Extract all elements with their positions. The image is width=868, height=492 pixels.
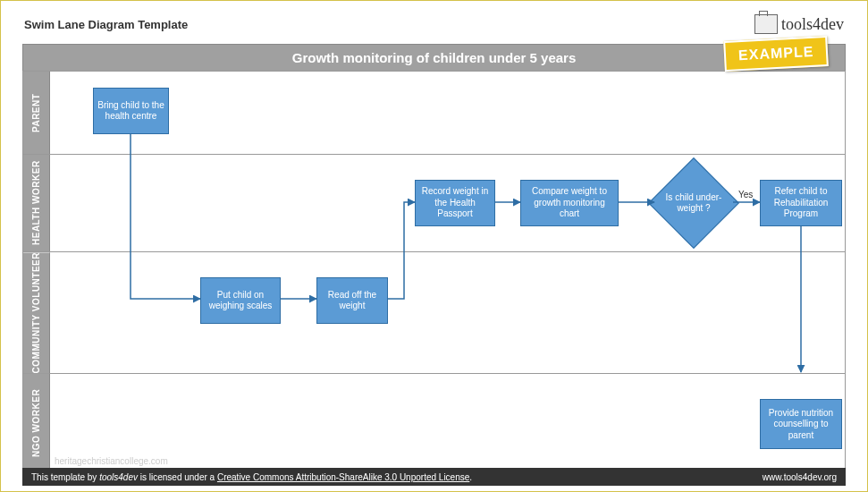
footer: This template by tools4dev is licensed u… xyxy=(22,468,846,486)
node-nutrition: Provide nutrition counselling to parent xyxy=(760,399,842,449)
page-title: Swim Lane Diagram Template xyxy=(24,18,188,31)
lane-community-volunteer: COMMUNITY VOLUNTEER Put child on weighin… xyxy=(23,252,845,374)
logo-icon xyxy=(754,14,778,34)
footer-license-suffix: . xyxy=(469,472,472,482)
node-read-weight: Read off the weight xyxy=(316,277,388,324)
footer-url: www.tools4dev.org xyxy=(763,472,837,482)
footer-license-brand: tools4dev xyxy=(99,472,138,482)
node-record-weight: Record weight in the Health Passport xyxy=(415,180,495,226)
diagram: Growth monitoring of children under 5 ye… xyxy=(22,44,846,473)
lane-label-parent: PARENT xyxy=(23,72,50,154)
node-bring-child: Bring child to the health centre xyxy=(93,88,169,134)
header: Swim Lane Diagram Template tools4dev xyxy=(1,1,867,44)
logo-text: tools4dev xyxy=(781,15,844,34)
watermark: heritagechristiancollege.com xyxy=(55,456,168,466)
footer-license-prefix: This template by xyxy=(31,472,99,482)
node-compare-weight: Compare weight to growth monitoring char… xyxy=(520,180,619,226)
lane-label-health: HEALTH WORKER xyxy=(23,155,50,251)
lane-parent: PARENT Bring child to the health centre xyxy=(23,72,845,155)
example-tag: EXAMPLE xyxy=(723,36,829,72)
lane-health-worker: HEALTH WORKER Record weight in the Healt… xyxy=(23,155,845,252)
footer-license: This template by tools4dev is licensed u… xyxy=(31,472,472,482)
node-refer: Refer child to Rehabilitation Program xyxy=(760,180,842,226)
swim-lanes: Yes PARENT Bring child to the health cen… xyxy=(22,71,846,473)
diagram-title: Growth monitoring of children under 5 ye… xyxy=(22,44,846,71)
lane-label-community: COMMUNITY VOLUNTEER xyxy=(23,252,50,373)
node-decision-text: Is child under-weight ? xyxy=(654,167,733,239)
footer-license-link[interactable]: Creative Commons Attribution-ShareAlike … xyxy=(217,472,469,482)
edge-label-yes: Yes xyxy=(738,190,753,199)
logo: tools4dev xyxy=(754,14,844,34)
footer-license-mid: is licensed under a xyxy=(138,472,217,482)
lane-label-ngo: NGO WORKER xyxy=(23,374,50,472)
node-put-scales: Put child on weighing scales xyxy=(200,277,281,324)
